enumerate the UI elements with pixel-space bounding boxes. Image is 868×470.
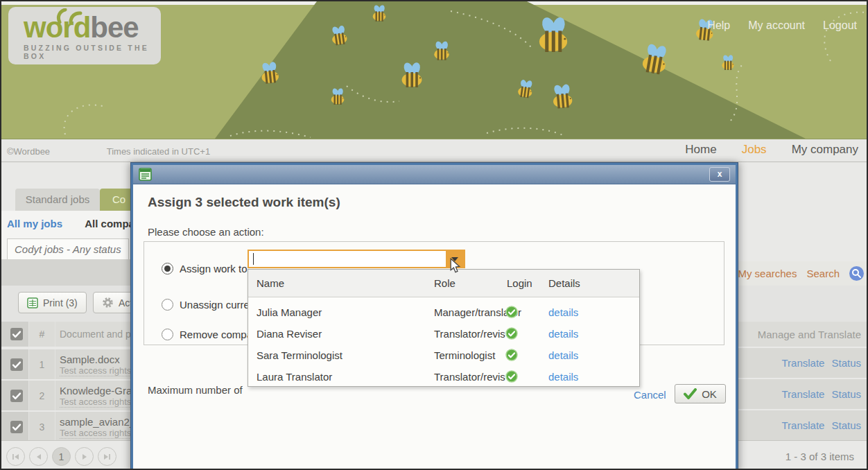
project-link[interactable]: Test access rights [60, 428, 131, 439]
nav-home[interactable]: Home [685, 143, 716, 157]
project-link[interactable]: Test access rights [60, 397, 131, 408]
assign-work-label: Assign work to: [180, 263, 250, 275]
actions-button[interactable]: Actio [93, 292, 131, 313]
document-icon [139, 168, 153, 182]
row-checkbox[interactable] [10, 421, 23, 433]
row-actions: Translate Status [738, 410, 868, 440]
bee-icon [398, 61, 426, 87]
search-icon[interactable] [849, 266, 864, 281]
remove-radio[interactable] [162, 329, 173, 340]
dropdown-header: Name Role Login Details [248, 270, 639, 297]
project-link[interactable]: Test access rights [60, 365, 131, 376]
filter-links: All my jobs All compa [7, 218, 131, 229]
bee-icon [327, 24, 351, 46]
check-icon [10, 358, 23, 371]
ok-button-label: OK [702, 388, 717, 400]
all-my-jobs-link[interactable]: All my jobs [7, 218, 62, 229]
first-page-icon [12, 453, 19, 460]
translate-link[interactable]: Translate [781, 419, 824, 431]
status-link[interactable]: Status [831, 388, 861, 400]
assign-dialog: x Assign 3 selected work item(s) Please … [131, 163, 738, 470]
logo-bee: bee [90, 11, 138, 44]
row-checkbox[interactable] [10, 390, 23, 402]
user-details-link[interactable]: details [548, 371, 578, 383]
bee-icon [370, 4, 388, 21]
all-companies-link[interactable]: All compa [85, 218, 131, 229]
nav-my-company[interactable]: My company [792, 143, 858, 157]
max-jobs-label: Maximum number of [148, 384, 243, 396]
user-option[interactable]: Julia Manager Manager/translator details [248, 302, 639, 324]
user-dropdown-panel: Name Role Login Details Julia Manager Ma… [248, 269, 640, 387]
status-link[interactable]: Status [831, 419, 861, 431]
user-option[interactable]: Laura Translator Translator/revis detail… [248, 367, 639, 388]
dialog-titlebar[interactable]: x [133, 165, 736, 184]
text-caret [253, 253, 254, 265]
timezone-note: Times indicated in UTC+1 [107, 146, 210, 157]
unassign-radio[interactable] [162, 299, 173, 311]
assign-to-input[interactable] [249, 251, 446, 267]
bee-icon [637, 40, 674, 76]
row-checkbox[interactable] [10, 358, 23, 371]
logout-link[interactable]: Logout [823, 19, 857, 32]
jobs-list-panel: Standard jobs Co All my jobs All compa P… [1, 162, 131, 470]
bee-icon [431, 40, 452, 60]
select-all-checkbox[interactable] [10, 328, 23, 340]
bee-icon [720, 54, 736, 70]
user-name: Diana Reviser [257, 328, 322, 340]
print-button-label: Print (3) [43, 297, 78, 308]
user-details-link[interactable]: details [548, 328, 578, 340]
translate-link[interactable]: Translate [781, 388, 824, 400]
site-header: wordbee BUZZING OUTSIDE THE BOX Help My … [1, 1, 867, 139]
column-number: # [29, 322, 55, 347]
excel-icon [27, 297, 38, 308]
next-page-button[interactable] [75, 447, 94, 466]
main-nav: Home Jobs My company [685, 143, 858, 157]
last-page-button[interactable] [98, 447, 116, 466]
status-link[interactable]: Status [831, 357, 861, 369]
job-filter-input[interactable] [7, 238, 129, 260]
logo-text: wordbee [24, 14, 161, 42]
search-link[interactable]: Search [806, 268, 840, 279]
toolbar: Print (3) Actio [1, 286, 131, 322]
user-details-link[interactable]: details [548, 349, 578, 361]
select-all-cell [1, 322, 29, 347]
searches-row: My searches Search [738, 261, 868, 286]
my-searches-link[interactable]: My searches [738, 268, 797, 279]
remove-label: Remove compa [180, 329, 252, 340]
user-option[interactable]: Sara Terminologist Terminologist details [248, 345, 639, 367]
user-role: Terminologist [434, 349, 495, 361]
prev-page-icon [36, 453, 42, 460]
column-role: Role [434, 277, 455, 289]
table-row[interactable]: 1 Sample.docx Test access rights [1, 349, 131, 379]
prev-page-button[interactable] [29, 447, 48, 466]
tab-standard-jobs[interactable]: Standard jobs [15, 189, 100, 211]
nav-jobs[interactable]: Jobs [742, 143, 767, 157]
my-account-link[interactable]: My account [748, 19, 805, 32]
user-role: Translator/revis [434, 328, 505, 340]
login-active-icon [505, 306, 518, 318]
manage-translate-header: Manage and Translate [738, 322, 868, 348]
tab-codyt-jobs[interactable]: Co [100, 189, 131, 211]
help-link[interactable]: Help [707, 19, 730, 32]
column-details: Details [548, 277, 580, 289]
document-title: Knowledge-Grap [60, 385, 131, 397]
print-button[interactable]: Print (3) [18, 292, 87, 313]
ok-button[interactable]: OK [675, 384, 726, 403]
table-row[interactable]: 3 sample_avian2_ Test access rights [1, 412, 131, 442]
close-icon[interactable]: x [709, 167, 730, 182]
translate-link[interactable]: Translate [781, 357, 824, 369]
row-number: 2 [29, 381, 55, 410]
cancel-button[interactable]: Cancel [634, 389, 666, 401]
user-details-link[interactable]: details [548, 306, 578, 318]
wordbee-app: wordbee BUZZING OUTSIDE THE BOX Help My … [0, 0, 868, 470]
user-role: Translator/revis [434, 371, 505, 383]
pagination: 1 [1, 440, 131, 470]
row-actions: Translate Status [738, 348, 868, 378]
page-1-button[interactable]: 1 [52, 447, 71, 466]
bee-icon [534, 15, 573, 52]
first-page-button[interactable] [6, 447, 25, 466]
assign-work-radio[interactable] [162, 263, 173, 275]
user-option[interactable]: Diana Reviser Translator/revis details [248, 324, 639, 345]
filter-band [1, 259, 131, 286]
table-row[interactable]: 2 Knowledge-Grap Test access rights [1, 381, 131, 410]
